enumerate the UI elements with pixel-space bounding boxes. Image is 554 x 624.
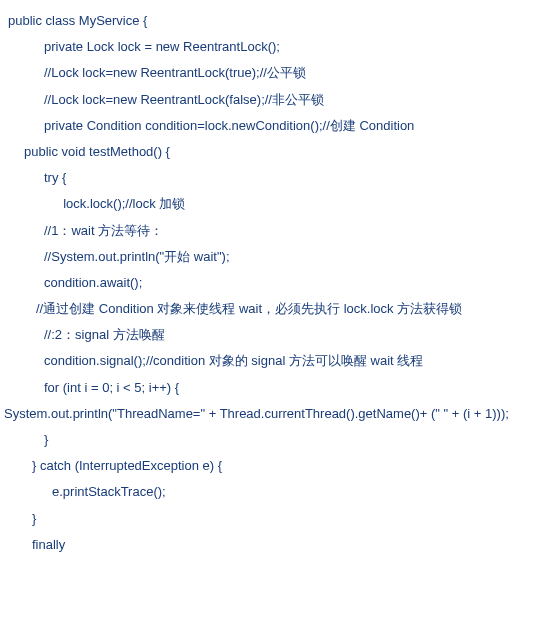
code-line: condition.await(); xyxy=(4,270,550,296)
code-line: for (int i = 0; i < 5; i++) { xyxy=(4,375,550,401)
code-line: } xyxy=(4,506,550,532)
code-line: condition.signal();//condition 对象的 signa… xyxy=(4,348,550,374)
code-line: lock.lock();//lock 加锁 xyxy=(4,191,550,217)
code-line: finally xyxy=(4,532,550,558)
code-line: //System.out.println("开始 wait"); xyxy=(4,244,550,270)
code-block: public class MyService { private Lock lo… xyxy=(4,8,550,558)
code-line: //通过创建 Condition 对象来使线程 wait，必须先执行 lock.… xyxy=(4,296,550,322)
code-line: //:2：signal 方法唤醒 xyxy=(4,322,550,348)
code-line: try { xyxy=(4,165,550,191)
code-line: System.out.println("ThreadName=" + Threa… xyxy=(4,401,550,427)
code-line: e.printStackTrace(); xyxy=(4,479,550,505)
code-line: //1：wait 方法等待： xyxy=(4,218,550,244)
code-line: } xyxy=(4,427,550,453)
code-line: private Lock lock = new ReentrantLock(); xyxy=(4,34,550,60)
code-line: private Condition condition=lock.newCond… xyxy=(4,113,550,139)
code-line: public class MyService { xyxy=(4,8,550,34)
code-line: //Lock lock=new ReentrantLock(false);//非… xyxy=(4,87,550,113)
code-line: } catch (InterruptedException e) { xyxy=(4,453,550,479)
code-line: public void testMethod() { xyxy=(4,139,550,165)
code-line: //Lock lock=new ReentrantLock(true);//公平… xyxy=(4,60,550,86)
